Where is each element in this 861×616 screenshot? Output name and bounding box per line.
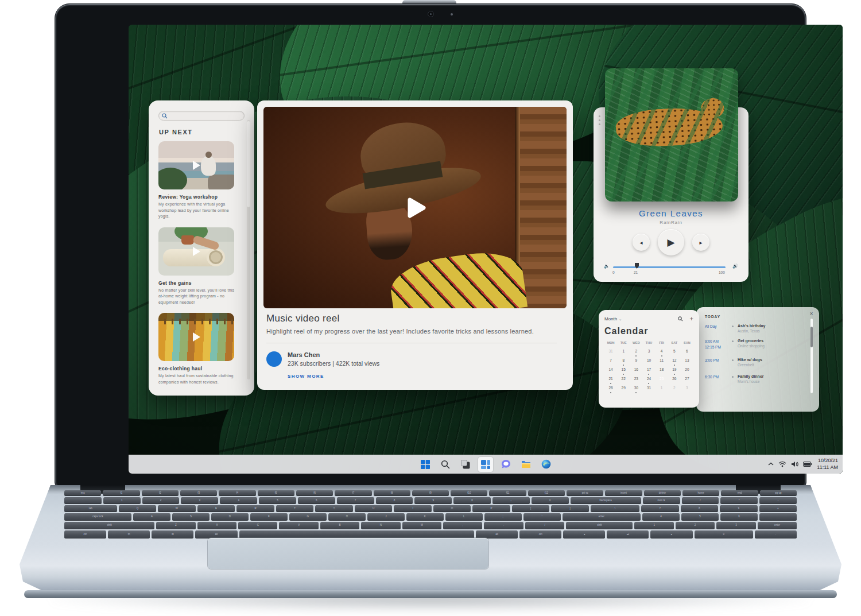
calendar-day-cell[interactable]: 5 bbox=[668, 348, 681, 355]
clock[interactable]: 10/20/21 11:11 AM bbox=[817, 458, 838, 471]
calendar-day-cell[interactable]: 14 bbox=[604, 366, 617, 373]
calendar-day-cell[interactable]: 31 bbox=[642, 385, 655, 392]
video-thumbnail[interactable] bbox=[158, 313, 234, 361]
agenda-event[interactable]: 6:30 PM Family dinnerMom's house bbox=[705, 374, 804, 383]
search-icon[interactable] bbox=[678, 316, 683, 321]
calendar-day-cell[interactable]: 4 bbox=[656, 348, 668, 355]
calendar-day-cell[interactable]: 12 bbox=[668, 357, 681, 364]
add-event-icon[interactable]: + bbox=[690, 315, 693, 322]
calendar-day-cell[interactable]: 1 bbox=[656, 385, 668, 392]
calendar-day-cell[interactable]: 6 bbox=[681, 348, 693, 355]
start-button[interactable] bbox=[418, 457, 433, 472]
keyboard-key: / bbox=[682, 497, 719, 504]
calendar-day-cell[interactable]: 17 bbox=[642, 366, 655, 373]
agenda-event[interactable]: 9:00 AM12:15 PM Get groceriesOnline shop… bbox=[705, 339, 804, 350]
play-button[interactable]: ▶ bbox=[658, 229, 684, 255]
search-icon[interactable] bbox=[438, 457, 453, 472]
video-frame[interactable] bbox=[263, 107, 567, 308]
keyboard-key: 4 bbox=[642, 513, 680, 521]
video-thumbnail[interactable] bbox=[158, 227, 234, 276]
calendar-day-cell[interactable]: 10 bbox=[642, 357, 655, 364]
calendar-day-cell[interactable]: 28 bbox=[604, 385, 617, 392]
file-explorer-icon[interactable] bbox=[518, 457, 533, 472]
agenda-event[interactable]: 3:00 PM Hike w/ dogsGreenbelt bbox=[705, 358, 804, 367]
calendar-day-cell[interactable]: 25 bbox=[656, 375, 668, 382]
song-artist: RainRain bbox=[594, 220, 748, 225]
calendar-day-cell[interactable]: 31 bbox=[604, 348, 617, 355]
keyboard: escf1f2f3f4f5f6f7f8f9f10f11f12prt scinse… bbox=[64, 490, 797, 538]
keyboard-key: f7 bbox=[335, 490, 371, 496]
calendar-day-cell[interactable]: 8 bbox=[617, 357, 630, 364]
calendar-day-cell[interactable]: 13 bbox=[681, 357, 693, 364]
previous-button[interactable]: ◂ bbox=[633, 234, 650, 251]
calendar-day-cell[interactable]: 29 bbox=[617, 385, 630, 392]
calendar-grid: 3112345678910111213141516171819202122232… bbox=[604, 348, 693, 392]
keyboard-key: \ bbox=[591, 505, 639, 512]
calendar-day-cell[interactable]: 30 bbox=[630, 385, 642, 392]
edge-icon[interactable] bbox=[538, 457, 553, 472]
divider bbox=[266, 343, 557, 343]
view-selector[interactable]: Month bbox=[604, 316, 617, 321]
mute-icon[interactable]: 🔈 bbox=[604, 264, 610, 269]
close-icon[interactable]: ✕ bbox=[809, 311, 813, 316]
calendar-day-cell[interactable]: 11 bbox=[656, 357, 668, 364]
keyboard-key: f4 bbox=[219, 490, 255, 496]
list-item[interactable]: Eco-clothing haul My latest haul from su… bbox=[158, 313, 245, 385]
volume-slider[interactable]: 🔈 🔊 0 21 100 bbox=[604, 264, 738, 270]
keyboard-key: + bbox=[759, 505, 797, 512]
calendar-day-cell[interactable]: 20 bbox=[681, 366, 693, 373]
chevron-up-icon[interactable] bbox=[768, 462, 774, 466]
keyboard-key: E bbox=[197, 505, 235, 512]
music-player-widget: Green Leaves RainRain ◂ ▶ ▸ 🔈 🔊 0 21 100 bbox=[594, 107, 748, 282]
speaker-icon[interactable] bbox=[791, 461, 798, 467]
calendar-day-cell[interactable]: 3 bbox=[642, 348, 655, 355]
slider-track[interactable] bbox=[613, 266, 726, 268]
show-more-button[interactable]: SHOW MORE bbox=[288, 374, 564, 379]
calendar-day-cell[interactable]: 24 bbox=[642, 375, 655, 382]
task-view-icon[interactable] bbox=[458, 457, 473, 472]
chat-icon[interactable] bbox=[498, 457, 513, 472]
volume-icon[interactable]: 🔊 bbox=[732, 264, 738, 269]
channel-name: Mars Chen bbox=[288, 351, 379, 358]
list-item[interactable]: Get the gains No matter your skill level… bbox=[158, 227, 245, 306]
calendar-day-cell[interactable]: 2 bbox=[630, 348, 642, 355]
calendar-day-cell[interactable]: 19 bbox=[668, 366, 681, 373]
calendar-day-cell[interactable]: 1 bbox=[617, 348, 630, 355]
keyboard-key: 3 bbox=[716, 522, 755, 529]
wifi-icon[interactable] bbox=[778, 461, 786, 467]
keyboard-key: Q bbox=[119, 505, 157, 512]
search-input[interactable] bbox=[158, 111, 245, 121]
next-button[interactable]: ▸ bbox=[692, 234, 709, 251]
video-thumbnail[interactable] bbox=[158, 141, 234, 189]
calendar-day-cell[interactable]: 21 bbox=[604, 375, 617, 382]
keyboard-key: shift bbox=[64, 522, 154, 529]
calendar-day-cell[interactable]: 23 bbox=[630, 375, 642, 382]
keyboard-key: ▴▾ bbox=[607, 530, 649, 538]
calendar-day-cell[interactable]: 18 bbox=[656, 366, 668, 373]
calendar-day-cell[interactable]: 2 bbox=[668, 385, 681, 392]
battery-icon[interactable] bbox=[803, 462, 812, 467]
calendar-day-cell[interactable]: 15 bbox=[617, 366, 630, 373]
list-item[interactable]: Review: Yoga workshop My experience with… bbox=[158, 141, 245, 220]
calendar-day-cell[interactable]: 16 bbox=[630, 366, 642, 373]
keyboard-key: 6 bbox=[298, 497, 335, 504]
play-icon[interactable] bbox=[263, 107, 567, 308]
keyboard-key: f10 bbox=[451, 490, 487, 496]
calendar-day-cell[interactable]: 27 bbox=[681, 375, 693, 382]
keyboard-key: 5 bbox=[681, 513, 719, 521]
keyboard-key: 9 bbox=[720, 505, 758, 512]
keyboard-key: / bbox=[525, 522, 564, 529]
widgets-icon[interactable] bbox=[478, 457, 493, 472]
scrollbar[interactable] bbox=[810, 319, 813, 393]
agenda-event[interactable]: All Day Ash's birthdayAustin, Texas bbox=[705, 324, 804, 333]
calendar-day-cell[interactable]: 7 bbox=[604, 357, 617, 364]
trackpad bbox=[208, 538, 488, 569]
drag-handle-icon[interactable] bbox=[599, 115, 600, 125]
keyboard-key: V bbox=[279, 522, 318, 529]
calendar-day-cell[interactable]: 9 bbox=[630, 357, 642, 364]
calendar-day-cell[interactable]: 3 bbox=[681, 385, 693, 392]
scrollbar[interactable] bbox=[247, 120, 250, 379]
avatar[interactable] bbox=[266, 351, 282, 367]
calendar-day-cell[interactable]: 26 bbox=[668, 375, 681, 382]
calendar-day-cell[interactable]: 22 bbox=[617, 375, 630, 382]
